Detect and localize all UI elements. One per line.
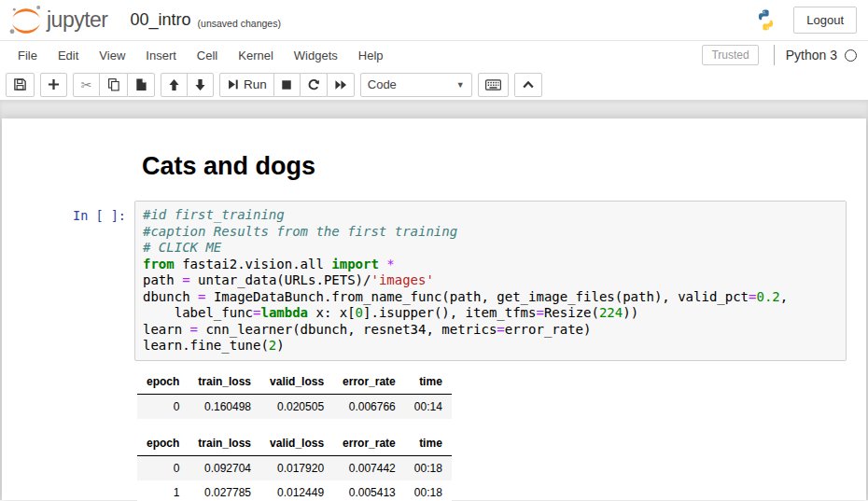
- code-line: #caption Results from the first training: [143, 224, 838, 241]
- python-logo-icon: [753, 7, 778, 33]
- add-cell-icon: [48, 78, 60, 90]
- table-header-epoch: epoch: [137, 370, 189, 395]
- paste-icon: [134, 77, 147, 91]
- restart-kernel-icon: [307, 78, 320, 91]
- table-cell: 0.005413: [333, 480, 405, 501]
- menu-item-insert[interactable]: Insert: [135, 43, 187, 68]
- kernel-idle-icon: [845, 49, 857, 62]
- toolbar: ✂: [0, 69, 868, 100]
- code-line: label_func=lambda x: x[0].isupper(), ite…: [143, 305, 838, 322]
- table-cell: 0: [137, 394, 189, 419]
- output-table: epochtrain_lossvalid_losserror_ratetime0…: [137, 432, 452, 501]
- output-table: epochtrain_lossvalid_losserror_ratetime0…: [137, 370, 452, 419]
- move-cell-down-button[interactable]: [187, 73, 214, 97]
- paste-cell-button[interactable]: [127, 73, 155, 97]
- code-line: dbunch = ImageDataBunch.from_name_func(p…: [143, 289, 838, 306]
- jupyter-logo[interactable]: jupyter: [7, 3, 108, 38]
- table-cell: 0.160498: [189, 394, 260, 419]
- move-down-icon: [194, 78, 206, 91]
- copy-cell-button[interactable]: [99, 73, 128, 97]
- menu-item-widgets[interactable]: Widgets: [284, 43, 348, 68]
- trusted-button[interactable]: Trusted: [702, 45, 758, 65]
- table-header-epoch: epoch: [137, 432, 189, 456]
- interrupt-kernel-button[interactable]: [273, 73, 301, 97]
- table-cell: 0.006766: [333, 394, 405, 419]
- table-row: 00.0927040.0179200.00744200:18: [137, 455, 452, 480]
- code-line: learn.fine_tune(2): [143, 338, 838, 355]
- code-line: from fastai2.vision.all import *: [143, 257, 838, 273]
- table-cell: 0: [137, 455, 189, 480]
- logout-button[interactable]: Logout: [793, 7, 857, 34]
- chevron-down-icon: ▼: [456, 80, 465, 90]
- code-cell[interactable]: In [ ]: #id first_training#caption Resul…: [2, 201, 866, 361]
- code-line: # CLICK ME: [143, 240, 838, 257]
- notebook-site: Cats and dogs In [ ]: #id first_training…: [0, 100, 868, 500]
- copy-icon: [106, 77, 120, 91]
- menubar: FileEditViewInsertCellKernelWidgetsHelp …: [0, 41, 868, 69]
- notebook-container: Cats and dogs In [ ]: #id first_training…: [2, 118, 866, 500]
- table-row: 00.1604980.0205050.00676600:14: [137, 394, 452, 419]
- markdown-cell[interactable]: Cats and dogs: [2, 152, 866, 181]
- restart-kernel-button[interactable]: [300, 73, 328, 97]
- code-line: #id first_training: [143, 207, 838, 224]
- table-cell: 0.017920: [260, 455, 333, 480]
- cut-cell-button[interactable]: ✂: [73, 73, 100, 97]
- table-cell: 0.007442: [333, 455, 405, 480]
- menu-item-cell[interactable]: Cell: [187, 43, 228, 68]
- toggle-toolbar-button[interactable]: [514, 73, 542, 97]
- run-icon: [227, 78, 239, 90]
- code-line: path = untar_data(URLs.PETS)/'images': [143, 272, 838, 289]
- page-title: Cats and dogs: [142, 152, 866, 181]
- table-header-error_rate: error_rate: [333, 370, 405, 395]
- restart-run-all-button[interactable]: [327, 73, 355, 97]
- kernel-name: Python 3: [786, 48, 837, 63]
- jupyter-logo-text: jupyter: [47, 7, 108, 33]
- menubar-items: FileEditViewInsertCellKernelWidgetsHelp: [7, 43, 394, 68]
- run-button-label: Run: [244, 77, 267, 91]
- table-header-time: time: [405, 432, 452, 456]
- table-header-error_rate: error_rate: [333, 432, 405, 456]
- cell-prompt: In [ ]:: [2, 201, 134, 361]
- save-icon: [13, 77, 27, 91]
- menu-item-help[interactable]: Help: [348, 43, 394, 68]
- table-cell: 0.020505: [260, 394, 333, 419]
- cell-type-dropdown[interactable]: Code ▼: [360, 73, 472, 97]
- add-cell-button[interactable]: [40, 73, 67, 97]
- table-cell: 00:14: [405, 394, 452, 419]
- menu-item-kernel[interactable]: Kernel: [228, 43, 284, 68]
- command-palette-button[interactable]: [478, 73, 509, 97]
- checkpoint-status: (unsaved changes): [198, 12, 281, 29]
- table-row: 10.0277850.0124490.00541300:18: [137, 480, 452, 501]
- menu-item-file[interactable]: File: [7, 43, 48, 68]
- jupyter-logo-icon: [7, 3, 45, 38]
- move-up-icon: [168, 78, 180, 91]
- table-header-valid_loss: valid_loss: [260, 432, 333, 456]
- table-cell: 00:18: [405, 455, 452, 480]
- divider: [774, 45, 775, 65]
- stop-icon: [281, 79, 292, 90]
- table-cell: 00:18: [405, 480, 452, 501]
- notebook-title[interactable]: 00_intro: [131, 10, 191, 30]
- table-cell: 0.012449: [260, 480, 333, 501]
- cut-icon: ✂: [81, 77, 92, 92]
- notebook-header: jupyter 00_intro (unsaved changes) Logou…: [0, 0, 868, 41]
- table-cell: 0.027785: [189, 480, 260, 501]
- restart-run-all-icon: [334, 79, 347, 90]
- code-line: learn = cnn_learner(dbunch, resnet34, me…: [143, 322, 838, 339]
- menu-item-view[interactable]: View: [89, 43, 135, 68]
- save-button[interactable]: [6, 73, 35, 97]
- chevron-up-icon: [522, 79, 535, 90]
- move-cell-up-button[interactable]: [161, 73, 188, 97]
- table-cell: 0.092704: [189, 455, 260, 480]
- menu-item-edit[interactable]: Edit: [48, 43, 89, 68]
- table-header-time: time: [405, 370, 452, 395]
- run-cell-button[interactable]: Run: [219, 73, 274, 97]
- table-header-valid_loss: valid_loss: [260, 370, 333, 395]
- cell-type-value: Code: [368, 77, 397, 91]
- table-cell: 1: [137, 480, 189, 501]
- keyboard-icon: [485, 79, 501, 90]
- code-editor[interactable]: #id first_training#caption Results from …: [134, 201, 847, 361]
- table-header-train_loss: train_loss: [189, 432, 260, 456]
- cell-output-area: epochtrain_lossvalid_losserror_ratetime0…: [137, 370, 866, 501]
- table-header-train_loss: train_loss: [189, 370, 260, 395]
